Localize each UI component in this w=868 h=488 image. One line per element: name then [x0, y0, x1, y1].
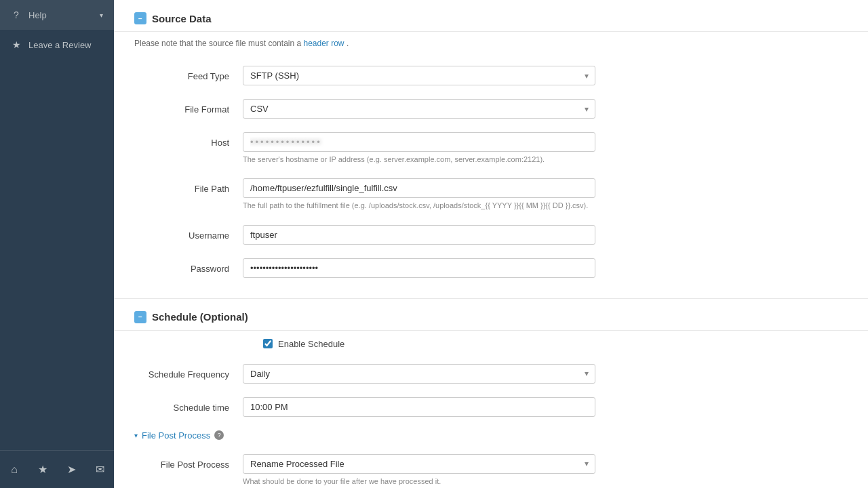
schedule-time-row: Schedule time [114, 390, 868, 424]
schedule-header: − Schedule (Optional) [114, 299, 868, 331]
schedule-title: Schedule (Optional) [152, 311, 248, 323]
file-path-row: File Path The full path to the fulfillme… [114, 171, 868, 218]
home-icon[interactable]: ⌂ [0, 458, 28, 481]
file-format-label: File Format [134, 99, 243, 115]
schedule-frequency-control: Daily Hourly Weekly [243, 364, 595, 384]
schedule-section: − Schedule (Optional) Enable Schedule Sc… [114, 298, 868, 488]
enable-schedule-label: Enable Schedule [278, 339, 344, 349]
star-icon: ★ [11, 39, 22, 50]
favorites-icon[interactable]: ★ [28, 458, 57, 481]
file-post-process-hint: What should be done to your file after w… [243, 476, 595, 487]
feed-type-row: Feed Type SFTP (SSH) FTP HTTP Manual Upl… [114, 59, 868, 92]
schedule-icon: − [134, 311, 146, 323]
password-label: Password [134, 258, 243, 274]
feed-type-select[interactable]: SFTP (SSH) FTP HTTP Manual Upload [243, 66, 595, 85]
file-post-process-select-wrapper: Rename Processed File Delete Processed F… [243, 454, 595, 474]
schedule-frequency-label: Schedule Frequency [134, 364, 243, 380]
enable-schedule-row: Enable Schedule [114, 331, 868, 357]
send-icon[interactable]: ➤ [57, 458, 85, 481]
password-row: Password [114, 251, 868, 285]
host-row: Host The server's hostname or IP address… [114, 125, 868, 171]
password-input[interactable] [243, 258, 595, 278]
file-post-process-select-label: File Post Process [134, 454, 243, 470]
schedule-time-control [243, 397, 595, 417]
host-control: The server's hostname or IP address (e.g… [243, 132, 595, 165]
source-data-title: Source Data [152, 13, 212, 24]
file-format-control: CSV TSV XLSX XML [243, 99, 595, 119]
file-post-process-label: File Post Process [142, 430, 210, 441]
file-path-control: The full path to the fulfillment file (e… [243, 178, 595, 211]
main-content: − Source Data Please note that the sourc… [114, 0, 868, 488]
sidebar-item-review[interactable]: ★ Leave a Review [0, 30, 114, 60]
sidebar: ? Help ▾ ★ Leave a Review ⌂ ★ ➤ ✉ [0, 0, 114, 488]
schedule-time-label: Schedule time [134, 397, 243, 413]
help-icon: ? [11, 9, 22, 20]
username-input[interactable] [243, 225, 595, 245]
host-hint: The server's hostname or IP address (e.g… [243, 155, 595, 165]
file-post-process-row: File Post Process Rename Processed File … [114, 447, 868, 488]
sidebar-item-help[interactable]: ? Help ▾ [0, 0, 114, 30]
sidebar-bottom: ⌂ ★ ➤ ✉ [0, 450, 114, 488]
file-path-input[interactable] [243, 178, 595, 198]
chevron-down-icon: ▾ [100, 12, 103, 19]
file-path-hint: The full path to the fulfillment file (e… [243, 201, 595, 211]
host-input[interactable] [243, 132, 595, 152]
feed-type-select-wrapper: SFTP (SSH) FTP HTTP Manual Upload [243, 66, 595, 85]
schedule-frequency-row: Schedule Frequency Daily Hourly Weekly [114, 357, 868, 390]
header-row-link[interactable]: header row [304, 39, 344, 48]
username-row: Username [114, 218, 868, 251]
file-post-process-control: Rename Processed File Delete Processed F… [243, 454, 595, 487]
source-data-icon: − [134, 12, 146, 24]
source-data-note: Please note that the source file must co… [114, 32, 868, 59]
mail-icon[interactable]: ✉ [85, 458, 114, 481]
username-label: Username [134, 225, 243, 241]
file-post-process-select[interactable]: Rename Processed File Delete Processed F… [243, 454, 595, 474]
host-label: Host [134, 132, 243, 148]
sidebar-item-help-label: Help [28, 10, 47, 20]
file-format-select[interactable]: CSV TSV XLSX XML [243, 99, 595, 119]
schedule-frequency-select[interactable]: Daily Hourly Weekly [243, 364, 595, 384]
file-format-row: File Format CSV TSV XLSX XML [114, 92, 868, 125]
password-control [243, 258, 595, 278]
source-data-header: − Source Data [114, 0, 868, 32]
collapse-chevron-icon: ▾ [134, 432, 138, 439]
schedule-time-input[interactable] [243, 397, 595, 417]
schedule-frequency-select-wrapper: Daily Hourly Weekly [243, 364, 595, 384]
feed-type-control: SFTP (SSH) FTP HTTP Manual Upload [243, 66, 595, 85]
sidebar-item-review-label: Leave a Review [28, 40, 92, 50]
file-post-process-toggle[interactable]: ▾ File Post Process ? [114, 424, 868, 447]
username-control [243, 225, 595, 245]
enable-schedule-checkbox[interactable] [263, 339, 273, 348]
file-format-select-wrapper: CSV TSV XLSX XML [243, 99, 595, 119]
feed-type-label: Feed Type [134, 66, 243, 81]
info-icon[interactable]: ? [214, 430, 224, 440]
file-path-label: File Path [134, 178, 243, 194]
